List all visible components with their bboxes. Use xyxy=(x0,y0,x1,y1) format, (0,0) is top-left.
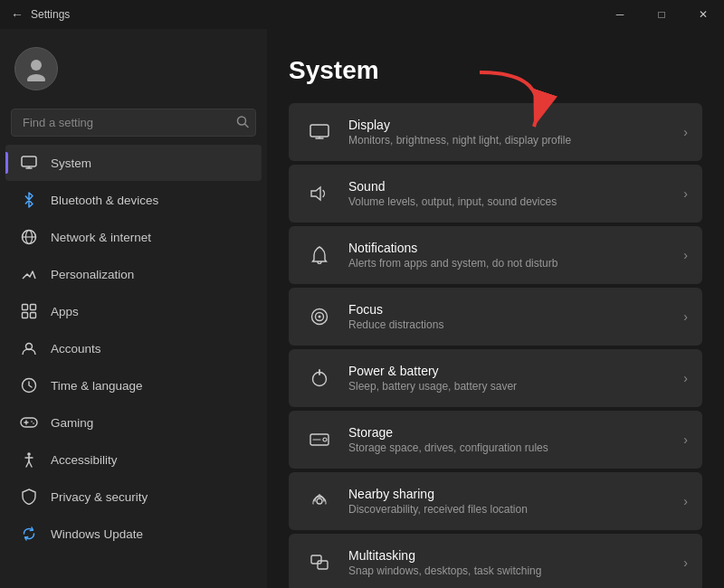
sidebar-item-accounts[interactable]: Accounts xyxy=(5,330,262,366)
user-section xyxy=(0,29,267,105)
sidebar-item-label-system: System xyxy=(51,156,91,170)
personalization-icon xyxy=(20,265,38,283)
svg-point-0 xyxy=(31,60,42,71)
app-container: System Bluetooth & devices xyxy=(0,29,724,588)
sidebar-item-label-personalization: Personalization xyxy=(51,268,134,281)
sidebar-item-system[interactable]: System xyxy=(5,145,262,181)
page-title: System xyxy=(289,56,702,85)
sidebar-item-label-windows-update: Windows Update xyxy=(51,527,143,541)
chevron-icon-display: › xyxy=(683,125,688,139)
nearby-sharing-icon xyxy=(303,485,336,517)
settings-item-text-nearby-sharing: Nearby sharing Discoverability, received… xyxy=(348,487,683,516)
settings-item-title-power: Power & battery xyxy=(348,364,683,378)
svg-rect-11 xyxy=(31,305,36,310)
svg-point-33 xyxy=(319,316,321,318)
main-content: System Display Monitors, brightness, nig… xyxy=(267,29,724,588)
settings-item-display[interactable]: Display Monitors, brightness, night ligh… xyxy=(289,103,702,161)
sidebar-item-label-apps: Apps xyxy=(51,305,79,318)
display-icon xyxy=(303,116,336,148)
settings-item-text-focus: Focus Reduce distractions xyxy=(348,302,683,331)
settings-item-title-sound: Sound xyxy=(348,179,683,194)
settings-item-power[interactable]: Power & battery Sleep, battery usage, ba… xyxy=(289,349,702,407)
settings-item-storage[interactable]: Storage Storage space, drives, configura… xyxy=(289,411,702,469)
sidebar: System Bluetooth & devices xyxy=(0,29,267,588)
close-button[interactable]: ✕ xyxy=(682,0,724,29)
sidebar-item-personalization[interactable]: Personalization xyxy=(5,256,262,292)
gaming-icon xyxy=(20,413,38,432)
chevron-icon-nearby-sharing: › xyxy=(683,494,688,508)
apps-icon xyxy=(20,302,38,320)
titlebar-left: ← Settings xyxy=(11,7,70,22)
settings-item-text-power: Power & battery Sleep, battery usage, ba… xyxy=(348,364,683,393)
sidebar-item-label-accessibility: Accessibility xyxy=(51,453,118,467)
settings-item-text-storage: Storage Storage space, drives, configura… xyxy=(348,425,683,454)
sidebar-item-label-privacy: Privacy & security xyxy=(51,490,148,504)
settings-item-title-display: Display xyxy=(348,118,683,132)
settings-item-desc-nearby-sharing: Discoverability, received files location xyxy=(348,503,683,516)
accessibility-icon xyxy=(20,450,38,469)
svg-line-25 xyxy=(29,461,32,467)
accounts-icon xyxy=(20,339,38,357)
titlebar-controls: ─ □ ✕ xyxy=(599,0,724,29)
nav-list: System Bluetooth & devices xyxy=(0,144,267,553)
svg-line-24 xyxy=(26,461,29,467)
settings-item-desc-sound: Volume levels, output, input, sound devi… xyxy=(348,195,683,208)
sidebar-item-bluetooth[interactable]: Bluetooth & devices xyxy=(5,182,262,218)
time-icon xyxy=(20,376,38,394)
settings-item-text-display: Display Monitors, brightness, night ligh… xyxy=(348,118,683,147)
sidebar-item-label-time: Time & language xyxy=(51,379,143,393)
settings-item-nearby-sharing[interactable]: Nearby sharing Discoverability, received… xyxy=(289,472,702,530)
settings-item-desc-display: Monitors, brightness, night light, displ… xyxy=(348,134,683,147)
storage-icon xyxy=(303,423,336,456)
svg-rect-13 xyxy=(31,313,36,318)
sidebar-item-privacy[interactable]: Privacy & security xyxy=(5,479,262,515)
minimize-button[interactable]: ─ xyxy=(599,0,641,29)
search-box xyxy=(11,109,256,137)
svg-rect-41 xyxy=(318,561,328,569)
settings-item-notifications[interactable]: Notifications Alerts from apps and syste… xyxy=(289,226,702,284)
sidebar-item-time[interactable]: Time & language xyxy=(5,367,262,403)
chevron-icon-notifications: › xyxy=(683,248,688,262)
settings-item-text-multitasking: Multitasking Snap windows, desktops, tas… xyxy=(348,548,683,577)
titlebar-title: Settings xyxy=(31,8,70,21)
network-icon xyxy=(20,228,38,246)
svg-point-1 xyxy=(27,74,45,81)
settings-item-title-storage: Storage xyxy=(348,425,683,440)
svg-point-20 xyxy=(33,422,34,424)
search-input[interactable] xyxy=(11,109,256,137)
svg-rect-4 xyxy=(22,156,36,166)
sidebar-item-label-gaming: Gaming xyxy=(51,416,93,430)
restore-button[interactable]: □ xyxy=(641,0,682,29)
back-icon[interactable]: ← xyxy=(11,7,24,22)
multitasking-icon xyxy=(303,546,336,579)
settings-item-focus[interactable]: Focus Reduce distractions › xyxy=(289,288,702,346)
sidebar-item-windows-update[interactable]: Windows Update xyxy=(5,516,262,552)
sidebar-item-label-bluetooth: Bluetooth & devices xyxy=(51,194,158,207)
settings-item-desc-notifications: Alerts from apps and system, do not dist… xyxy=(348,257,683,270)
windows-update-icon xyxy=(20,525,38,543)
settings-item-multitasking[interactable]: Multitasking Snap windows, desktops, tas… xyxy=(289,534,702,588)
sidebar-item-label-network: Network & internet xyxy=(51,231,151,244)
sidebar-item-network[interactable]: Network & internet xyxy=(5,219,262,255)
svg-rect-27 xyxy=(310,125,329,137)
sidebar-item-apps[interactable]: Apps xyxy=(5,293,262,329)
settings-list: Display Monitors, brightness, night ligh… xyxy=(289,103,702,588)
chevron-icon-sound: › xyxy=(683,186,688,201)
settings-item-title-nearby-sharing: Nearby sharing xyxy=(348,487,683,501)
settings-item-sound[interactable]: Sound Volume levels, output, input, soun… xyxy=(289,165,702,223)
svg-rect-16 xyxy=(21,418,37,427)
avatar xyxy=(14,47,58,90)
settings-item-desc-power: Sleep, battery usage, battery saver xyxy=(348,380,683,393)
settings-item-title-notifications: Notifications xyxy=(348,241,683,255)
sidebar-item-accessibility[interactable]: Accessibility xyxy=(5,441,262,478)
sidebar-item-gaming[interactable]: Gaming xyxy=(5,404,262,441)
chevron-icon-focus: › xyxy=(683,309,688,324)
titlebar: ← Settings ─ □ ✕ xyxy=(0,0,724,29)
svg-point-37 xyxy=(323,438,327,441)
svg-rect-40 xyxy=(311,555,321,564)
settings-item-desc-focus: Reduce distractions xyxy=(348,318,683,331)
svg-rect-10 xyxy=(23,305,28,310)
chevron-icon-storage: › xyxy=(683,432,688,447)
svg-point-19 xyxy=(31,421,33,422)
system-icon xyxy=(20,154,38,172)
